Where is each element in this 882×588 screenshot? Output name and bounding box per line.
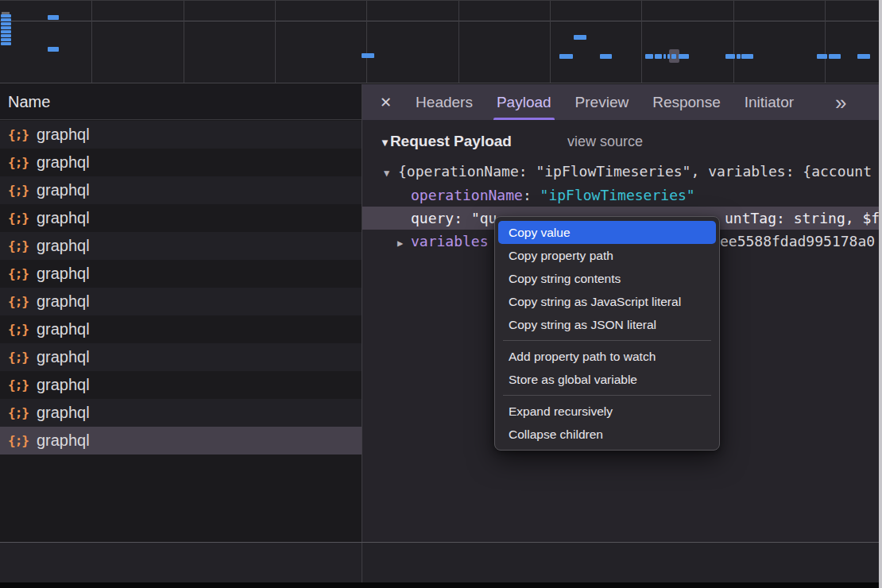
property-key: query: [411, 210, 454, 226]
request-timing-bar: [655, 54, 662, 59]
request-name: graphql: [37, 320, 90, 338]
json-icon: {;}: [8, 266, 29, 281]
request-name: graphql: [37, 292, 90, 311]
request-timing-bar: [1, 42, 11, 45]
tab-initiator[interactable]: Initiator: [745, 84, 794, 120]
request-name: graphql: [37, 348, 90, 366]
name-column-label: Name: [8, 93, 50, 110]
request-row[interactable]: {;}graphql: [0, 176, 362, 204]
request-row[interactable]: {;}graphql: [0, 315, 362, 343]
request-timing-bar: [1, 18, 11, 21]
tab-preview[interactable]: Preview: [575, 84, 629, 120]
request-name: graphql: [37, 126, 90, 144]
json-icon: {;}: [8, 127, 29, 142]
menu-item-copy-string-as-json-literal[interactable]: Copy string as JSON literal: [498, 313, 716, 336]
request-row[interactable]: {;}graphql: [0, 232, 362, 260]
request-timing-bar: [1, 14, 11, 17]
request-timing-bar: [663, 54, 666, 59]
details-tab-bar: ✕ HeadersPayloadPreviewResponseInitiator…: [362, 84, 882, 120]
panel-split-divider[interactable]: [362, 84, 362, 582]
request-timing-bar: [362, 53, 374, 58]
tab-headers[interactable]: Headers: [416, 84, 473, 120]
status-bar-area: [0, 543, 882, 582]
json-icon: {;}: [8, 350, 29, 365]
property-value-left: "qu: [471, 210, 497, 226]
request-timing-bar: [741, 54, 753, 59]
request-name: graphql: [37, 181, 90, 199]
request-timing-bar: [679, 54, 689, 59]
menu-item-copy-property-path[interactable]: Copy property path: [498, 244, 716, 267]
request-timing-bar: [725, 54, 735, 59]
request-timing-bar: [671, 54, 676, 59]
request-timing-bar: [600, 54, 612, 59]
overview-gridline-vertical: [550, 1, 551, 83]
overview-gridline-vertical: [641, 1, 642, 83]
menu-item-collapse-children[interactable]: Collapse children: [498, 423, 716, 446]
json-icon: {;}: [8, 238, 29, 253]
menu-separator: [503, 340, 711, 341]
request-timing-bar: [48, 47, 59, 52]
json-icon: {;}: [8, 322, 29, 337]
overview-gridline-horizontal: [0, 21, 882, 21]
property-value: "ipFlowTimeseries": [540, 187, 695, 203]
request-row[interactable]: {;}graphql: [0, 343, 362, 371]
menu-item-expand-recursively[interactable]: Expand recursively: [498, 400, 716, 423]
json-icon: {;}: [8, 183, 29, 198]
request-row[interactable]: {;}graphql: [0, 204, 362, 232]
overview-gridline-vertical: [825, 1, 826, 83]
menu-item-copy-value[interactable]: Copy value: [498, 221, 716, 244]
request-payload-section-header[interactable]: ▼Request Payloadview source: [362, 130, 882, 153]
menu-item-store-as-global-variable[interactable]: Store as global variable: [498, 368, 716, 391]
tab-payload[interactable]: Payload: [497, 84, 551, 120]
request-name: graphql: [37, 237, 90, 255]
json-icon: {;}: [8, 433, 29, 448]
close-icon[interactable]: ✕: [380, 94, 392, 111]
payload-preview-text: {operationName: "ipFlowTimeseries", vari…: [398, 163, 872, 180]
request-row[interactable]: {;}graphql: [0, 399, 362, 427]
overview-gridline-vertical: [91, 1, 92, 83]
request-name: graphql: [37, 153, 90, 172]
expand-triangle-icon[interactable]: ▼: [384, 162, 398, 183]
name-column-header[interactable]: Name: [0, 84, 362, 120]
context-menu: Copy valueCopy property pathCopy string …: [494, 216, 720, 451]
menu-item-add-property-path-to-watch[interactable]: Add property path to watch: [498, 345, 716, 368]
request-name: graphql: [37, 404, 90, 422]
key-separator: :: [523, 187, 540, 203]
request-timing-bar: [1, 26, 11, 29]
request-row[interactable]: {;}graphql: [0, 121, 362, 149]
request-name: graphql: [37, 431, 90, 450]
request-name: graphql: [37, 209, 90, 227]
request-timing-bar: [574, 35, 586, 40]
request-timing-bar: [1, 38, 11, 41]
json-icon: {;}: [8, 377, 29, 393]
window-bottom-edge: [0, 582, 882, 588]
menu-item-copy-string-as-javascript-literal[interactable]: Copy string as JavaScript literal: [498, 290, 716, 313]
network-overview[interactable]: [0, 0, 882, 83]
overview-gridline-vertical: [366, 1, 367, 83]
request-row[interactable]: {;}graphql: [0, 288, 362, 315]
tab-response[interactable]: Response: [652, 84, 721, 120]
view-source-link[interactable]: view source: [567, 133, 643, 149]
expand-triangle-icon[interactable]: ▼: [380, 137, 390, 149]
request-list: {;}graphql{;}graphql{;}graphql{;}graphql…: [0, 121, 362, 542]
property-key: operationName: [411, 187, 523, 203]
operation-name-row[interactable]: operationName: "ipFlowTimeseries": [362, 184, 882, 207]
section-title: Request Payload: [390, 133, 512, 149]
json-icon: {;}: [8, 294, 29, 309]
request-row[interactable]: {;}graphql: [0, 260, 362, 288]
collapse-triangle-icon[interactable]: ▶: [397, 232, 411, 253]
payload-root-row[interactable]: ▼{operationName: "ipFlowTimeseries", var…: [362, 160, 882, 183]
request-timing-bar: [1, 22, 11, 25]
request-row[interactable]: {;}graphql: [0, 371, 362, 399]
more-tabs-icon[interactable]: »: [835, 87, 846, 118]
json-icon: {;}: [8, 211, 29, 226]
menu-item-copy-string-contents[interactable]: Copy string contents: [498, 267, 716, 290]
request-timing-bar: [48, 15, 59, 20]
request-timing-bar: [857, 54, 870, 59]
json-icon: {;}: [8, 155, 29, 170]
request-timing-bar: [645, 54, 653, 59]
request-row[interactable]: {;}graphql: [0, 427, 362, 455]
overview-gridline-vertical: [733, 1, 734, 83]
request-row[interactable]: {;}graphql: [0, 149, 362, 176]
request-timing-bar: [829, 54, 841, 59]
